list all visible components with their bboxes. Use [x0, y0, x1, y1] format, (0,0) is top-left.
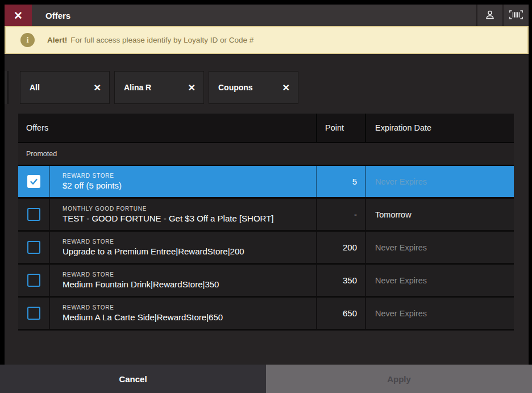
content-area: All ✕ Alina R ✕ Coupons ✕ Offers Point E… [5, 54, 529, 365]
row-checkbox[interactable] [27, 274, 40, 287]
row-checkbox[interactable] [27, 307, 40, 320]
tab-label: All [30, 83, 40, 92]
tab-label: Coupons [218, 83, 253, 92]
offer-points: 650 [316, 298, 365, 329]
offer-category: MONTHLY GOOD FORTUNE [63, 206, 310, 212]
alert-banner: i Alert!For full access please identify … [5, 26, 529, 54]
offer-expiration: Never Expires [365, 232, 514, 263]
tab-label: Alina R [124, 83, 151, 92]
cancel-button[interactable]: Cancel [0, 365, 266, 393]
table-header: Offers Point Expiration Date [18, 114, 514, 143]
offers-dialog: ✕ Offers [0, 0, 532, 393]
tab-all[interactable]: All ✕ [20, 71, 110, 104]
column-header-expiration: Expiration Date [365, 114, 514, 142]
offer-cell: REWARD STORE $2 off (5 points) [50, 166, 316, 197]
row-checkbox[interactable] [27, 175, 40, 188]
offer-expiration: Never Expires [365, 265, 514, 296]
page-title: Offers [32, 5, 476, 26]
table-row[interactable]: REWARD STORE $2 off (5 points) 5 Never E… [18, 166, 514, 199]
table-row[interactable]: REWARD STORE Medium A La Carte Side|Rewa… [18, 298, 514, 331]
alert-message: For full access please identify by Loyal… [70, 36, 253, 44]
offer-category: REWARD STORE [63, 271, 310, 278]
person-icon [484, 9, 496, 23]
check-icon [29, 177, 39, 186]
offer-title: Medium A La Carte Side|RewardStore|650 [63, 312, 310, 322]
table-body: REWARD STORE $2 off (5 points) 5 Never E… [18, 166, 514, 331]
title-bar: ✕ Offers [5, 5, 529, 26]
checkbox-cell [18, 199, 50, 230]
table-row[interactable]: MONTHLY GOOD FORTUNE TEST - GOOD FORTUNE… [18, 199, 514, 232]
offer-category: REWARD STORE [63, 304, 310, 311]
alert-text: Alert!For full access please identify by… [47, 36, 253, 44]
close-button[interactable]: ✕ [5, 5, 32, 26]
offer-category: REWARD STORE [63, 173, 310, 179]
checkbox-cell [18, 232, 50, 263]
table-row[interactable]: REWARD STORE Upgrade to a Premium Entree… [18, 232, 514, 265]
checkbox-cell [18, 265, 50, 296]
offer-expiration: Never Expires [365, 298, 514, 329]
partial-tab[interactable] [5, 71, 9, 104]
offer-title: Medium Fountain Drink|RewardStore|350 [63, 279, 310, 289]
info-icon: i [20, 33, 35, 47]
offer-expiration: Tomorrow [365, 199, 514, 230]
offer-title: TEST - GOOD FORTUNE - Get $3 Off a Plate… [63, 214, 310, 223]
header-actions [476, 5, 529, 26]
offer-points: 5 [316, 166, 365, 197]
barcode-scan-button[interactable] [502, 5, 529, 26]
row-checkbox[interactable] [27, 241, 40, 254]
offer-expiration: Never Expires [365, 166, 514, 197]
checkbox-cell [18, 166, 50, 197]
footer-bar: Cancel Apply [0, 365, 532, 393]
checkbox-cell [18, 298, 50, 329]
close-icon[interactable]: ✕ [188, 82, 196, 93]
alert-label: Alert! [47, 36, 67, 44]
tab-strip: All ✕ Alina R ✕ Coupons ✕ [20, 71, 298, 104]
tab-coupons[interactable]: Coupons ✕ [209, 71, 298, 104]
customer-button[interactable] [476, 5, 502, 26]
offer-title: $2 off (5 points) [63, 181, 310, 190]
barcode-icon [509, 9, 523, 22]
row-checkbox[interactable] [27, 208, 40, 221]
offer-points: 350 [316, 265, 365, 296]
offer-cell: REWARD STORE Medium Fountain Drink|Rewar… [50, 265, 316, 296]
column-header-offers: Offers [18, 114, 316, 142]
offer-category: REWARD STORE [63, 239, 310, 245]
tab-alina-r[interactable]: Alina R ✕ [114, 71, 204, 104]
offer-cell: MONTHLY GOOD FORTUNE TEST - GOOD FORTUNE… [50, 199, 316, 230]
offer-points: - [316, 199, 365, 230]
offer-title: Upgrade to a Premium Entree|RewardStore|… [63, 246, 310, 256]
close-icon: ✕ [14, 9, 23, 22]
offer-cell: REWARD STORE Medium A La Carte Side|Rewa… [50, 298, 316, 329]
table-row[interactable]: REWARD STORE Medium Fountain Drink|Rewar… [18, 265, 514, 298]
offers-table: Offers Point Expiration Date Promoted RE… [18, 114, 514, 331]
offer-cell: REWARD STORE Upgrade to a Premium Entree… [50, 232, 316, 263]
offer-points: 200 [316, 232, 365, 263]
section-header-promoted: Promoted [18, 143, 514, 166]
column-header-point: Point [316, 114, 365, 142]
close-icon[interactable]: ✕ [282, 82, 290, 93]
close-icon[interactable]: ✕ [94, 82, 101, 93]
apply-button[interactable]: Apply [266, 365, 532, 393]
